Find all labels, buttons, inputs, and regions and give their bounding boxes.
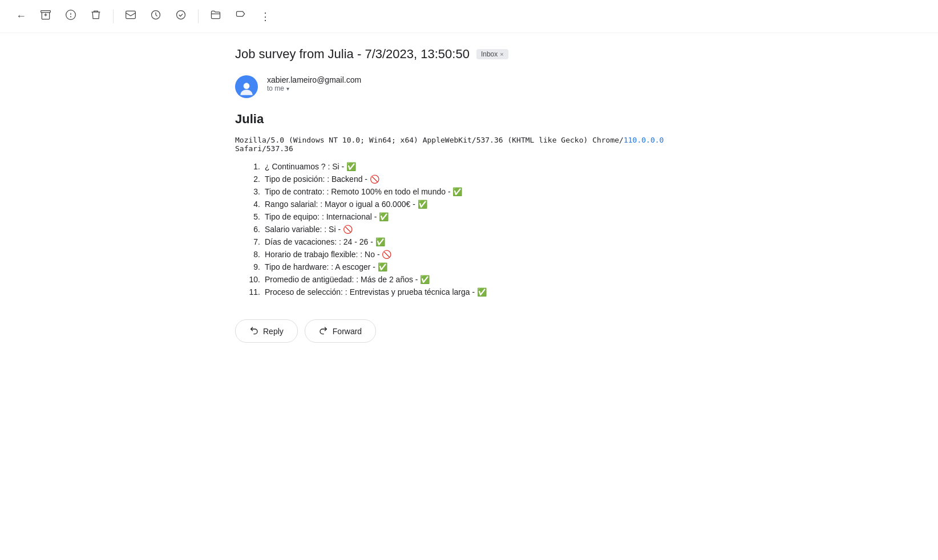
list-item: 1.¿ Continuamos ? : Si - ✅ bbox=[249, 162, 703, 171]
avatar bbox=[235, 75, 258, 98]
forward-label: Forward bbox=[333, 327, 362, 336]
list-item: 4.Rango salarial: : Mayor o igual a 60.0… bbox=[249, 200, 703, 209]
email-body: Julia Mozilla/5.0 (Windows NT 10.0; Win6… bbox=[235, 112, 703, 297]
item-text: Días de vacaciones: : 24 - 26 - ✅ bbox=[265, 237, 385, 246]
user-agent-prefix: Mozilla/5.0 (Windows NT 10.0; Win64; x64… bbox=[235, 136, 624, 144]
label-icon bbox=[235, 9, 246, 23]
svg-point-7 bbox=[244, 83, 250, 89]
chrome-version-link[interactable]: 110.0.0.0 bbox=[624, 136, 664, 144]
clock-icon bbox=[150, 9, 161, 23]
archive-button[interactable] bbox=[35, 6, 56, 27]
sender-email: xabier.lameiro@gmail.com bbox=[267, 75, 361, 84]
item-text: Tipo de contrato: : Remoto 100% en todo … bbox=[265, 187, 462, 196]
item-number: 11. bbox=[249, 287, 260, 297]
list-item: 8.Horario de trabajo flexible: : No - 🚫 bbox=[249, 250, 703, 259]
action-row: Reply Forward bbox=[235, 319, 703, 343]
toolbar: ← bbox=[0, 0, 938, 33]
item-text: Tipo de posición: : Backend - 🚫 bbox=[265, 175, 379, 184]
delete-button[interactable] bbox=[86, 6, 106, 27]
item-text: Tipo de hardware: : A escoger - ✅ bbox=[265, 262, 387, 271]
svg-rect-0 bbox=[41, 11, 51, 13]
item-number: 9. bbox=[249, 262, 260, 271]
to-label: to me bbox=[267, 84, 284, 92]
item-text: Horario de trabajo flexible: : No - 🚫 bbox=[265, 250, 391, 259]
subject-row: Job survey from Julia - 7/3/2023, 13:50:… bbox=[235, 47, 703, 62]
reply-label: Reply bbox=[263, 327, 284, 336]
email-greeting: Julia bbox=[235, 112, 703, 127]
list-item: 2.Tipo de posición: : Backend - 🚫 bbox=[249, 175, 703, 184]
reply-icon bbox=[249, 326, 258, 336]
item-number: 6. bbox=[249, 225, 260, 234]
toolbar-divider-1 bbox=[113, 10, 114, 23]
spam-icon bbox=[65, 9, 76, 23]
done-button[interactable] bbox=[171, 6, 191, 27]
inbox-badge: Inbox × bbox=[476, 49, 508, 59]
trash-icon bbox=[90, 9, 102, 23]
item-number: 8. bbox=[249, 250, 260, 259]
user-agent-suffix: Safari/537.36 bbox=[235, 144, 293, 153]
item-text: ¿ Continuamos ? : Si - ✅ bbox=[265, 162, 356, 171]
badge-label: Inbox bbox=[481, 50, 498, 58]
list-item: 9.Tipo de hardware: : A escoger - ✅ bbox=[249, 262, 703, 271]
folder-icon bbox=[210, 9, 221, 23]
more-button[interactable]: ⋮ bbox=[256, 7, 275, 26]
label-button[interactable] bbox=[231, 6, 251, 27]
badge-close-button[interactable]: × bbox=[500, 51, 503, 58]
spam-button[interactable] bbox=[60, 6, 81, 27]
sender-row: xabier.lameiro@gmail.com to me ▾ bbox=[235, 75, 703, 98]
check-circle-icon bbox=[175, 9, 187, 23]
snooze-button[interactable] bbox=[145, 6, 166, 27]
list-item: 10.Promedio de antigüedad: : Más de 2 añ… bbox=[249, 275, 703, 284]
item-number: 3. bbox=[249, 187, 260, 196]
item-text: Salario variable: : Si - 🚫 bbox=[265, 225, 353, 234]
item-number: 7. bbox=[249, 237, 260, 246]
item-number: 2. bbox=[249, 175, 260, 184]
chevron-down-icon: ▾ bbox=[286, 86, 289, 92]
move-button[interactable] bbox=[205, 6, 226, 27]
back-icon: ← bbox=[16, 10, 26, 22]
more-vert-icon: ⋮ bbox=[260, 10, 270, 23]
forward-button[interactable]: Forward bbox=[305, 319, 376, 343]
mail-icon bbox=[125, 9, 136, 23]
svg-rect-4 bbox=[126, 11, 136, 18]
list-item: 7.Días de vacaciones: : 24 - 26 - ✅ bbox=[249, 237, 703, 246]
survey-list: 1.¿ Continuamos ? : Si - ✅2.Tipo de posi… bbox=[249, 162, 703, 297]
subject-title: Job survey from Julia - 7/3/2023, 13:50:… bbox=[235, 47, 470, 62]
sender-to-row[interactable]: to me ▾ bbox=[267, 84, 361, 92]
list-item: 6.Salario variable: : Si - 🚫 bbox=[249, 225, 703, 234]
forward-icon bbox=[319, 326, 328, 336]
item-text: Rango salarial: : Mayor o igual a 60.000… bbox=[265, 200, 427, 209]
archive-icon bbox=[40, 9, 51, 23]
email-container: Job survey from Julia - 7/3/2023, 13:50:… bbox=[212, 33, 726, 356]
item-text: Tipo de equipo: : Internacional - ✅ bbox=[265, 212, 389, 221]
item-number: 10. bbox=[249, 275, 260, 284]
toolbar-divider-2 bbox=[198, 10, 199, 23]
reply-button[interactable]: Reply bbox=[235, 319, 298, 343]
item-number: 1. bbox=[249, 162, 260, 171]
back-button[interactable]: ← bbox=[11, 7, 31, 26]
list-item: 5.Tipo de equipo: : Internacional - ✅ bbox=[249, 212, 703, 221]
list-item: 11.Proceso de selección: : Entrevistas y… bbox=[249, 287, 703, 297]
sender-info: xabier.lameiro@gmail.com to me ▾ bbox=[267, 75, 361, 92]
item-text: Promedio de antigüedad: : Más de 2 años … bbox=[265, 275, 430, 284]
item-number: 4. bbox=[249, 200, 260, 209]
mark-unread-button[interactable] bbox=[120, 6, 141, 27]
user-agent-line: Mozilla/5.0 (Windows NT 10.0; Win64; x64… bbox=[235, 136, 703, 153]
item-number: 5. bbox=[249, 212, 260, 221]
svg-point-6 bbox=[177, 11, 185, 19]
svg-point-3 bbox=[71, 17, 71, 17]
list-item: 3.Tipo de contrato: : Remoto 100% en tod… bbox=[249, 187, 703, 196]
item-text: Proceso de selección: : Entrevistas y pr… bbox=[265, 287, 487, 297]
